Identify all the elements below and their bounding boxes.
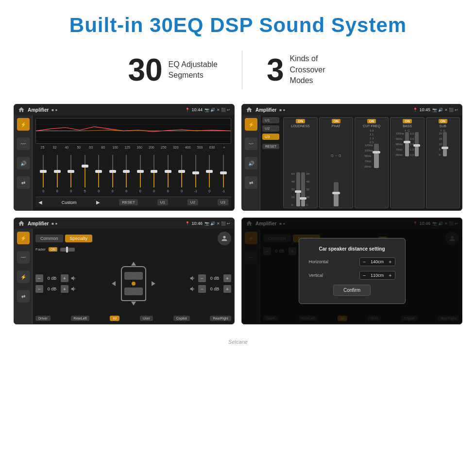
fader-on-badge: ON [49,247,58,252]
phat-slider[interactable] [334,182,339,206]
person-icon-3[interactable] [218,232,231,245]
pos-driver[interactable]: Driver [35,316,51,321]
distance-modal: Car speaker distance setting Horizontal … [299,238,406,304]
screen-crossover: Amplifier ■ ● 📍 10:45 📷 🔊 ✕ ⬛ ↩ ⚡ 〰 [241,104,462,211]
expand-icon-btn-3[interactable]: ⇄ [17,290,30,303]
db-value-tr: 0 dB [208,276,221,281]
db-plus-bl[interactable]: + [61,285,68,293]
stat-crossover-desc: Kinds of Crossover Modes [290,53,348,86]
channel-bass: ON BASS F G 100Hz 90Hz [390,117,424,208]
db-minus-br[interactable]: − [198,285,206,293]
bluetooth-icon-btn-3[interactable]: ⚡ [17,270,30,283]
stat-crossover-number: 3 [267,52,284,88]
expand-icon-btn-2[interactable]: ⇄ [245,176,257,189]
tab-specialty-3[interactable]: Specialty [65,235,93,242]
home-icon[interactable] [18,106,25,113]
bass-slider-1[interactable] [405,132,409,156]
db-plus-br[interactable]: + [223,285,231,293]
modal-confirm-button[interactable]: Confirm [333,285,371,296]
bass-slider-2[interactable] [415,132,419,156]
arrow-up-icon[interactable] [131,262,136,266]
sub-slider[interactable] [443,132,447,156]
fader-bar[interactable] [60,248,75,252]
pos-rearright[interactable]: RearRight [210,316,231,321]
modal-row-vertical: Vertical − 110cm + [309,271,395,280]
wave-icon-btn-3[interactable]: 〰 [17,251,30,264]
pos-user[interactable]: User [140,316,153,321]
crossover-reset-btn[interactable]: RESET [262,144,279,149]
left-db-controls: − 0 dB + − 0 dB + [35,274,77,293]
db-minus-tr[interactable]: − [198,274,206,282]
speaker-icon-tr [189,275,196,282]
loudness-slider-2[interactable] [301,172,305,206]
wave-icon-btn-2[interactable]: 〰 [245,137,257,150]
eq-slider-1: 0 [51,154,65,193]
eq-reset-btn[interactable]: RESET [119,199,138,205]
preset-u1[interactable]: U1 [262,117,279,123]
eq-prev-btn[interactable]: ◀ [38,200,42,205]
cutfreq-slider[interactable] [374,144,379,168]
modal-title: Car speaker distance setting [309,246,395,252]
arrow-down-icon[interactable] [131,302,136,305]
home-icon-3[interactable] [18,220,25,227]
seat-bl [124,287,134,295]
db-plus-tl[interactable]: + [61,274,68,282]
db-value-bl: 0 dB [45,287,59,291]
app-title-2: Amplifier [255,107,276,113]
eq-slider-4: 0 [92,154,106,193]
eq-icon-btn-2[interactable]: ⚡ [245,118,257,131]
db-row-bl: − 0 dB + [35,285,77,293]
preset-u3[interactable]: U3 [262,134,279,140]
eq-next-btn[interactable]: ▶ [96,200,100,205]
db-minus-bl[interactable]: − [35,285,43,293]
modal-row-horizontal: Horizontal − 140cm + [309,257,395,266]
screen-eq: Amplifier ■ ● 📍 10:44 📷 🔊 ✕ ⬛ ↩ ⚡ [14,104,235,211]
db-plus-tr[interactable]: + [223,274,231,282]
arrow-right-icon[interactable] [152,281,155,286]
car-center-dot[interactable] [132,282,136,286]
db-row-tr: − 0 dB + [189,274,231,282]
stat-crossover: 3 Kinds of Crossover Modes [242,52,373,88]
eq-u3-btn[interactable]: U3 [218,199,228,205]
eq-slider-12: 0 [203,154,217,193]
screen-speaker: Amplifier ■ ● 📍 10:46 📷 🔊 ✕ ⬛ ↩ ⚡ 〰 [14,218,235,324]
pos-all[interactable]: All [110,316,119,321]
preset-u2[interactable]: U2 [262,125,279,132]
arrow-left-icon[interactable] [112,281,116,286]
db-minus-tl[interactable]: − [35,274,43,282]
eq-slider-7: 0 [134,154,148,193]
pos-rearleft[interactable]: RearLeft [71,316,90,321]
speaker-icon-btn[interactable]: 🔊 [17,157,30,169]
channel-loudness: ON LOUDNESS 64 48 32 16 0 [283,117,317,208]
stat-eq-desc: EQ Adjustable Segments [169,59,218,81]
speaker-icon-br [189,286,196,292]
fader-label: Fader [35,247,46,252]
modal-horizontal-minus[interactable]: − [362,259,367,265]
home-icon-2[interactable] [246,106,253,113]
expand-icon-btn[interactable]: ⇄ [17,176,30,189]
screenshots-grid: Amplifier ■ ● 📍 10:44 📷 🔊 ✕ ⬛ ↩ ⚡ [0,104,476,339]
tab-common-3[interactable]: Common [35,235,63,242]
eq-slider-5: 0 [106,154,120,193]
loudness-slider-1[interactable] [296,172,300,206]
eq-main: 25 32 40 50 63 80 100 125 160 200 250 32… [33,115,234,210]
modal-vertical-plus[interactable]: + [388,272,392,278]
eq-slider-3: 5 [78,154,92,193]
app-title-1: Amplifier [28,107,49,113]
car-diagram [112,262,155,305]
speaker-icon-tl [70,275,77,282]
page-container: Built-in 30EQ DSP Sound System 30 EQ Adj… [0,0,476,349]
side-controls-1: ⚡ 〰 🔊 ⇄ [14,115,33,210]
statusbar-3: Amplifier ■ ● 📍 10:46 📷 🔊 ✕ ⬛ ↩ [14,218,234,229]
eq-icon-btn-3[interactable]: ⚡ [17,232,30,244]
eq-icon-btn[interactable]: ⚡ [17,118,30,131]
modal-horizontal-plus[interactable]: + [388,259,392,265]
modal-vertical-minus[interactable]: − [362,272,367,278]
speaker-icon-btn-2[interactable]: 🔊 [245,157,257,169]
eq-u1-btn[interactable]: U1 [157,199,168,205]
eq-preset-label: Custom [62,200,77,205]
fader-row: Fader ON [35,247,231,252]
pos-copilot[interactable]: Copilot [173,316,190,321]
wave-icon-btn[interactable]: 〰 [17,137,30,150]
eq-u2-btn[interactable]: U2 [187,199,198,205]
